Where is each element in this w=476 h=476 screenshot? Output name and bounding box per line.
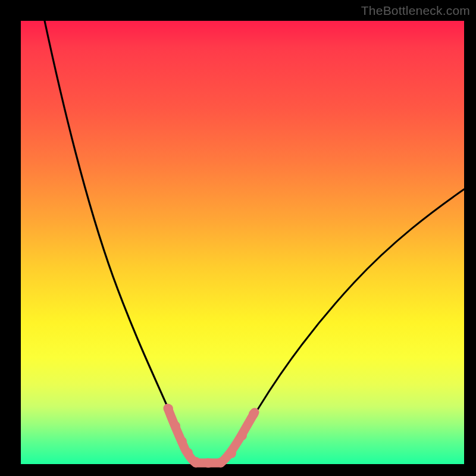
chart-svg [21,21,464,464]
svg-point-7 [227,449,236,458]
left-curve [45,21,195,462]
svg-point-8 [237,431,247,440]
svg-point-3 [183,448,193,458]
svg-point-4 [191,457,201,466]
plot-area [21,21,464,464]
watermark-text: TheBottleneck.com [361,4,470,18]
svg-point-0 [164,404,173,414]
right-curve [221,189,464,462]
svg-point-9 [249,409,258,419]
svg-point-6 [216,458,226,467]
svg-point-1 [171,421,180,431]
svg-point-2 [177,437,187,446]
highlight-right [221,412,255,463]
svg-point-5 [203,458,213,468]
chart-frame: TheBottleneck.com [0,0,476,476]
